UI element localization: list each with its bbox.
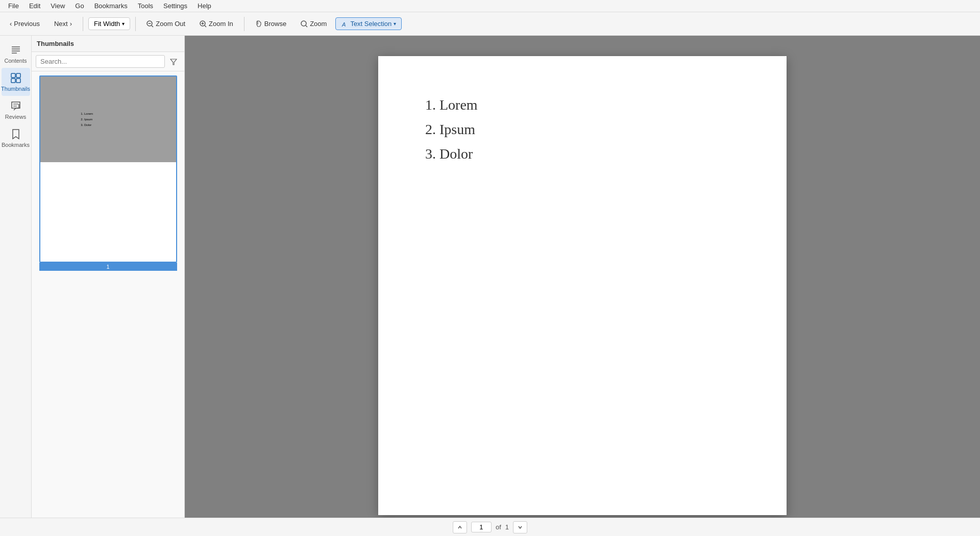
pdf-list: Lorem Ipsum Dolor: [419, 97, 746, 162]
svg-marker-20: [170, 59, 177, 65]
chevron-left-icon: ‹: [10, 20, 12, 28]
chevron-down-icon: [518, 525, 523, 530]
list-item-2: Ipsum: [439, 121, 746, 138]
svg-line-4: [205, 25, 206, 27]
thumbnails-label: Thumbnails: [1, 86, 30, 92]
separator-1: [83, 17, 83, 31]
sidebar-item-thumbnails[interactable]: Thumbnails: [2, 68, 30, 96]
next-button[interactable]: Next ›: [48, 17, 78, 30]
zoom-in-icon: [200, 20, 207, 28]
page-total: 1: [505, 523, 509, 531]
contents-icon: [10, 44, 22, 56]
sidebar-item-bookmarks[interactable]: Bookmarks: [2, 124, 30, 152]
menu-settings[interactable]: Settings: [159, 1, 191, 11]
prev-button[interactable]: ‹ Previous: [4, 17, 45, 30]
zoom-tool-button[interactable]: Zoom: [295, 17, 332, 30]
list-item-1: Lorem: [439, 97, 746, 113]
bottom-bar: of 1: [0, 518, 980, 536]
menu-help[interactable]: Help: [193, 1, 215, 11]
toolbar: ‹ Previous Next › Fit Width ▾ Zoom Out Z…: [0, 12, 980, 36]
page-of-label: of: [496, 523, 501, 531]
chevron-up-icon: [457, 525, 462, 530]
menu-edit[interactable]: Edit: [25, 1, 44, 11]
svg-rect-17: [16, 79, 20, 83]
bookmarks-icon: [10, 128, 22, 140]
thumbnails-icon: [10, 72, 22, 84]
page-next-button[interactable]: [513, 521, 527, 533]
icon-sidebar: Contents Thumbnails Reviews Bookmarks: [0, 36, 32, 518]
contents-label: Contents: [4, 58, 27, 64]
thumbnail-page-1[interactable]: 1. Lorem 2. Ipsum 3. Dolor 1: [36, 75, 180, 271]
reviews-label: Reviews: [5, 114, 27, 120]
filter-button[interactable]: [167, 56, 180, 67]
zoom-in-button[interactable]: Zoom In: [194, 17, 239, 30]
chevron-right-icon: ›: [70, 20, 72, 28]
menubar: File Edit View Go Bookmarks Tools Settin…: [0, 0, 980, 12]
text-selection-icon: A: [341, 20, 348, 28]
thumbnails-panel: Thumbnails 1. Lorem 2. Ipsum 3. Dolor: [32, 36, 185, 518]
svg-text:A: A: [341, 21, 346, 28]
filter-icon: [170, 58, 177, 65]
zoom-out-button[interactable]: Zoom Out: [141, 17, 191, 30]
hand-icon: [255, 20, 262, 28]
menu-file[interactable]: File: [4, 1, 23, 11]
text-selection-chevron-icon: ▾: [394, 21, 396, 27]
svg-rect-15: [16, 73, 20, 78]
separator-3: [244, 17, 244, 31]
thumbnail-page-label: 1: [39, 263, 177, 271]
thumbnail-preview-text: 1. Lorem 2. Ipsum 3. Dolor: [81, 111, 93, 127]
thumbnails-content[interactable]: 1. Lorem 2. Ipsum 3. Dolor 1: [32, 71, 184, 518]
search-input[interactable]: [36, 55, 165, 68]
separator-2: [135, 17, 136, 31]
zoom-out-icon: [146, 20, 154, 28]
pdf-area[interactable]: Lorem Ipsum Dolor: [185, 36, 980, 518]
svg-rect-16: [11, 79, 15, 83]
thumbnail-white-area: [40, 162, 176, 262]
thumbnail-item-1[interactable]: 1. Lorem 2. Ipsum 3. Dolor: [39, 75, 177, 263]
pdf-page: Lorem Ipsum Dolor: [378, 56, 787, 515]
chevron-down-icon: ▾: [122, 21, 125, 27]
bookmarks-label: Bookmarks: [2, 142, 30, 148]
page-number-input[interactable]: [471, 522, 492, 532]
reviews-icon: [10, 100, 22, 112]
text-selection-button[interactable]: A Text Selection ▾: [335, 17, 402, 30]
sidebar-item-reviews[interactable]: Reviews: [2, 96, 30, 124]
fit-width-button[interactable]: Fit Width ▾: [88, 17, 130, 30]
menu-go[interactable]: Go: [71, 1, 88, 11]
browse-button[interactable]: Browse: [250, 17, 292, 30]
svg-rect-14: [11, 73, 15, 78]
menu-tools[interactable]: Tools: [134, 1, 157, 11]
main-content: Contents Thumbnails Reviews Bookmarks Th…: [0, 36, 980, 518]
zoom-icon: [301, 20, 308, 28]
page-prev-button[interactable]: [453, 521, 467, 533]
list-item-3: Dolor: [439, 146, 746, 162]
svg-point-7: [301, 21, 306, 26]
search-bar: [32, 52, 184, 71]
menu-bookmarks[interactable]: Bookmarks: [90, 1, 132, 11]
thumbnails-title: Thumbnails: [32, 36, 184, 52]
svg-line-8: [306, 25, 307, 27]
svg-line-1: [152, 25, 153, 27]
sidebar-item-contents[interactable]: Contents: [2, 40, 30, 68]
menu-view[interactable]: View: [46, 1, 69, 11]
thumbnail-gray-area: 1. Lorem 2. Ipsum 3. Dolor: [40, 76, 176, 162]
